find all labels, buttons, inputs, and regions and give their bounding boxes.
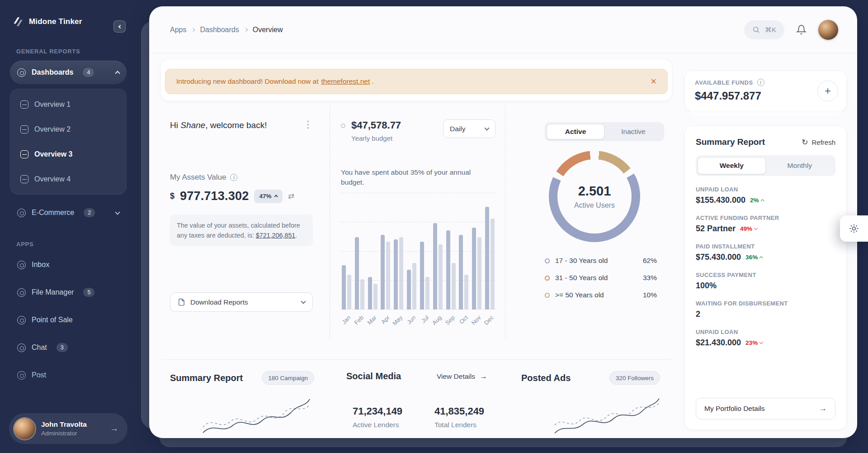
sidebar-subitem-label: Overview 4: [34, 175, 71, 183]
post-icon: [17, 371, 26, 380]
period-select[interactable]: Daily: [443, 119, 495, 138]
sidebar-collapse-button[interactable]: [113, 20, 126, 33]
bar-group-oct: Oct: [459, 235, 468, 310]
sidebar-subitem-overview-4[interactable]: Overview 4: [14, 167, 123, 191]
sidebar-item-e-commerce[interactable]: E-Commerce 2: [10, 201, 127, 224]
legend-dot: [545, 293, 550, 298]
download-reports-button[interactable]: Download Reports: [170, 292, 313, 312]
stat-label: UNPAID LOAN: [696, 186, 835, 193]
assets-title-row: My Assets Value i: [170, 173, 237, 182]
stat-value: 100%: [696, 281, 717, 291]
sidebar-item-chat[interactable]: Chat3: [10, 336, 127, 359]
profile-avatar[interactable]: [818, 20, 838, 40]
breadcrumb-item-apps[interactable]: Apps: [170, 26, 186, 34]
donut-center: 2.501 Active Users: [549, 151, 640, 242]
report-icon: [20, 125, 28, 134]
bar-group-apr: Apr: [381, 235, 390, 310]
section-label-apps: APPS: [16, 241, 120, 248]
assets-note-period: .: [295, 232, 297, 239]
stat-value: $75.430.000: [696, 253, 741, 262]
badge: 2: [84, 208, 95, 217]
bar: [381, 235, 385, 310]
user-role: Administrator: [41, 430, 87, 437]
greeting-text: Hi Shane, welcome back!: [170, 120, 267, 130]
active-users-toggle: ActiveInactive: [545, 122, 664, 141]
portfolio-details-label: My Portfolio Details: [704, 405, 765, 413]
search-input[interactable]: ⌘K: [744, 20, 784, 39]
section-divider: [161, 359, 672, 360]
bar-group-jan: Jan: [342, 265, 351, 310]
budget-note: You have spent about 35% of your annual …: [341, 167, 491, 188]
legend-label: 31 - 50 Years old: [555, 274, 608, 282]
sidebar-item-file-manager[interactable]: File Manager5: [10, 281, 127, 304]
sidebar-subitem-overview-1[interactable]: Overview 1: [14, 92, 123, 117]
legend-value: 10%: [643, 291, 657, 299]
dashed-divider: [505, 105, 505, 339]
summary-report-card: Summary Report ↻ Refresh WeeklyMonthly U…: [685, 126, 846, 429]
stat-label: Active Lenders: [353, 421, 423, 429]
add-funds-button[interactable]: +: [817, 81, 838, 101]
view-details-link[interactable]: View Details →: [437, 372, 487, 381]
bar-group-aug: Aug: [433, 223, 443, 310]
kebab-menu-icon[interactable]: ⋮: [303, 120, 313, 129]
report-stats: UNPAID LOAN$155.430.0002%ACTIVE FUNDING …: [696, 186, 835, 348]
tab-weekly[interactable]: Weekly: [698, 157, 766, 174]
main-card: AppsDashboardsOverview ⌘K Introducing ne…: [149, 6, 857, 438]
month-label: Apr: [380, 314, 391, 325]
breadcrumb-item-dashboards[interactable]: Dashboards: [200, 26, 239, 34]
ecommerce-icon: [17, 209, 26, 217]
banner-link[interactable]: themeforest.net: [321, 77, 370, 86]
bell-icon[interactable]: [796, 24, 807, 35]
bar: [452, 263, 456, 310]
stat-delta: 49%: [740, 225, 757, 232]
swap-icon[interactable]: ⇄: [288, 191, 294, 201]
close-icon[interactable]: ×: [651, 76, 656, 86]
search-shortcut: ⌘K: [765, 26, 776, 34]
sidebar-subitem-overview-2[interactable]: Overview 2: [14, 117, 123, 142]
month-label: Mar: [366, 314, 377, 326]
portfolio-details-button[interactable]: My Portfolio Details →: [696, 398, 835, 420]
bar: [446, 230, 450, 310]
chevron-up-icon: [760, 257, 763, 260]
dashed-divider: [330, 105, 330, 339]
legend-item: 17 - 30 Years old62%: [545, 255, 657, 266]
bar: [491, 219, 495, 310]
top-bar-right: ⌘K: [744, 20, 838, 40]
chevron-down-icon: [115, 210, 120, 215]
user-card[interactable]: John Travolta Administrator →: [9, 413, 127, 444]
bar: [459, 235, 463, 310]
sidebar-item-label: E-Commerce: [32, 209, 74, 217]
stat-label: UNPAID LOAN: [696, 329, 835, 335]
chart-plot: JanFebMarAprMayJunJulAugSepOctNovDec: [341, 193, 495, 310]
budget-amount-block: $47,578.77 Yearly budget: [341, 119, 401, 142]
budget-label: Yearly budget: [351, 134, 401, 142]
report-tabs: WeeklyMonthly: [696, 155, 835, 176]
tab-active[interactable]: Active: [547, 124, 604, 139]
sidebar-item-post[interactable]: Post: [10, 364, 127, 386]
sidebar-subitem-label: Overview 3: [34, 150, 73, 158]
refresh-button[interactable]: ↻ Refresh: [802, 138, 835, 147]
sidebar-subitem-overview-3[interactable]: Overview 3: [14, 142, 123, 167]
tab-monthly[interactable]: Monthly: [766, 157, 834, 174]
month-label: Feb: [353, 314, 365, 326]
sidebar-item-dashboards[interactable]: Dashboards 4: [10, 61, 127, 84]
tab-inactive[interactable]: Inactive: [604, 124, 662, 139]
brand[interactable]: Midone Tinker: [10, 12, 127, 32]
sidebar-item-point-of-sale[interactable]: Point of Sale: [10, 309, 127, 331]
breadcrumb-item-overview[interactable]: Overview: [253, 26, 283, 34]
stat-value: 71,234,149: [353, 405, 423, 417]
bar: [412, 263, 416, 310]
sidebar-item-inbox[interactable]: Inbox: [10, 253, 127, 276]
chat-icon: [17, 343, 26, 352]
search-icon: [752, 26, 760, 33]
info-icon: i: [230, 174, 237, 181]
bar: [433, 223, 437, 310]
stat-value-row: $155.430.0002%: [696, 196, 835, 205]
section-title: Posted Ads: [521, 373, 571, 383]
month-label: Nov: [470, 314, 482, 326]
announcement-banner: Introducing new dashboard! Download now …: [165, 69, 668, 94]
main-content: Introducing new dashboard! Download now …: [149, 53, 857, 438]
assets-delta-badge[interactable]: 47%: [254, 190, 283, 203]
settings-button[interactable]: [840, 215, 868, 242]
sidebar: Midone Tinker GENERAL REPORTS Dashboards…: [0, 0, 137, 453]
